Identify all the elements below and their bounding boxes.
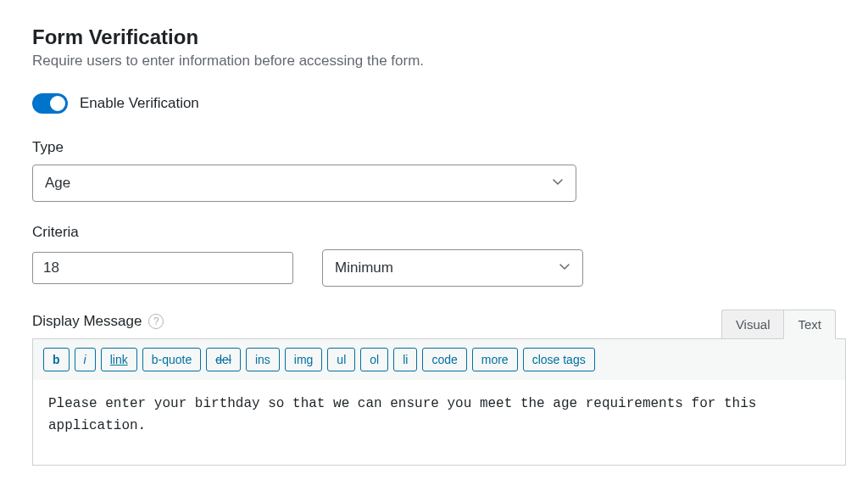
qt-ul-button[interactable]: ul bbox=[327, 348, 355, 371]
criteria-value-input[interactable] bbox=[32, 252, 293, 284]
qt-ol-button[interactable]: ol bbox=[360, 348, 388, 371]
display-message-label-text: Display Message bbox=[32, 313, 142, 330]
qt-code-button[interactable]: code bbox=[422, 348, 466, 371]
qt-li-button[interactable]: li bbox=[393, 348, 417, 371]
help-icon[interactable]: ? bbox=[148, 314, 164, 329]
type-field: Type bbox=[32, 139, 836, 202]
type-label: Type bbox=[32, 139, 836, 156]
qt-italic-button[interactable]: i bbox=[75, 348, 96, 371]
enable-verification-row: Enable Verification bbox=[32, 93, 836, 114]
qt-ins-button[interactable]: ins bbox=[246, 348, 280, 371]
section-title: Form Verification bbox=[32, 25, 836, 49]
message-textarea[interactable] bbox=[33, 380, 845, 465]
display-message-label: Display Message ? bbox=[32, 313, 164, 330]
qt-img-button[interactable]: img bbox=[285, 348, 323, 371]
editor-container: b i link b-quote del ins img ul ol li co… bbox=[32, 338, 846, 466]
tab-text[interactable]: Text bbox=[783, 310, 836, 339]
section-description: Require users to enter information befor… bbox=[32, 53, 836, 70]
qt-bold-button[interactable]: b bbox=[43, 348, 70, 371]
criteria-field: Criteria bbox=[32, 224, 836, 287]
qt-more-button[interactable]: more bbox=[472, 348, 518, 371]
type-select[interactable] bbox=[32, 165, 576, 202]
qt-close-tags-button[interactable]: close tags bbox=[523, 348, 595, 371]
enable-verification-label: Enable Verification bbox=[80, 95, 199, 112]
qt-del-button[interactable]: del bbox=[206, 348, 241, 371]
enable-verification-toggle[interactable] bbox=[32, 93, 68, 114]
tab-visual[interactable]: Visual bbox=[721, 310, 784, 339]
display-message-header: Display Message ? Visual Text bbox=[32, 309, 836, 338]
editor-tabs: Visual Text bbox=[721, 309, 836, 338]
qt-bquote-button[interactable]: b-quote bbox=[142, 348, 201, 371]
criteria-mode-select[interactable] bbox=[322, 249, 583, 287]
qt-link-button[interactable]: link bbox=[101, 348, 137, 371]
criteria-label: Criteria bbox=[32, 224, 836, 241]
quicktags-toolbar: b i link b-quote del ins img ul ol li co… bbox=[33, 339, 845, 380]
